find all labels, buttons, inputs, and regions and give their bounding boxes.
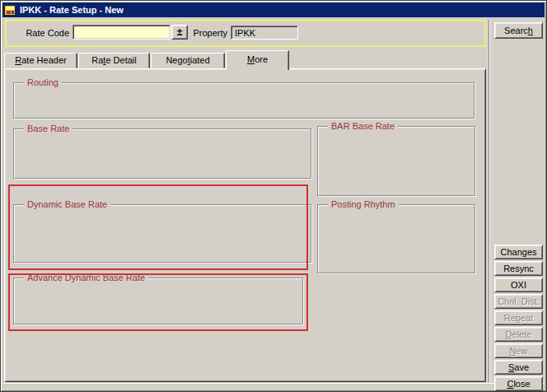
group-advance-dynamic-base-rate: Advance Dynamic Base Rate xyxy=(13,278,303,324)
group-posting-rhythm: Posting Rhythm xyxy=(317,204,475,273)
property-label: Property xyxy=(157,28,227,39)
tab-negotiated[interactable]: Negotiated xyxy=(151,53,225,68)
resync-button[interactable]: Resync xyxy=(494,261,543,276)
group-base-rate-title: Base Rate xyxy=(24,124,72,134)
group-routing-title: Routing xyxy=(24,77,62,88)
group-posting-rhythm-title: Posting Rhythm xyxy=(328,199,399,210)
oxi-button[interactable]: OXI xyxy=(494,278,543,292)
changes-button[interactable]: Changes xyxy=(494,245,543,259)
repeat-button: Repeat xyxy=(494,310,543,325)
property-field xyxy=(231,26,298,40)
title-bar: IPKK - Rate Setup - New xyxy=(2,2,545,17)
group-routing: Routing xyxy=(13,82,475,119)
tab-rate-detail[interactable]: Rate Detail xyxy=(78,53,150,68)
delete-button: Delete xyxy=(494,327,543,342)
group-bar-base-rate: BAR Base Rate xyxy=(317,126,475,196)
new-button: New xyxy=(494,343,543,358)
group-bar-base-rate-title: BAR Base Rate xyxy=(328,121,398,132)
group-dynamic-base-rate-title: Dynamic Base Rate xyxy=(24,199,110,210)
close-button[interactable]: Close xyxy=(494,376,543,391)
group-dynamic-base-rate: Dynamic Base Rate xyxy=(13,204,311,263)
app-icon xyxy=(5,5,16,16)
tab-more[interactable]: More xyxy=(226,50,289,70)
group-advance-dynamic-base-rate-title: Advance Dynamic Base Rate xyxy=(24,273,148,283)
save-button[interactable]: Save xyxy=(494,360,543,375)
chnl-dist-button: Chnl. Dist. xyxy=(494,294,543,309)
tab-rate-header[interactable]: Rate Header xyxy=(4,53,77,68)
header-panel: Rate Code ± Property xyxy=(5,20,486,47)
rate-code-label: Rate Code xyxy=(18,28,69,39)
status-bar xyxy=(2,383,545,390)
window-title: IPKK - Rate Setup - New xyxy=(20,5,124,15)
group-base-rate: Base Rate xyxy=(13,128,311,179)
